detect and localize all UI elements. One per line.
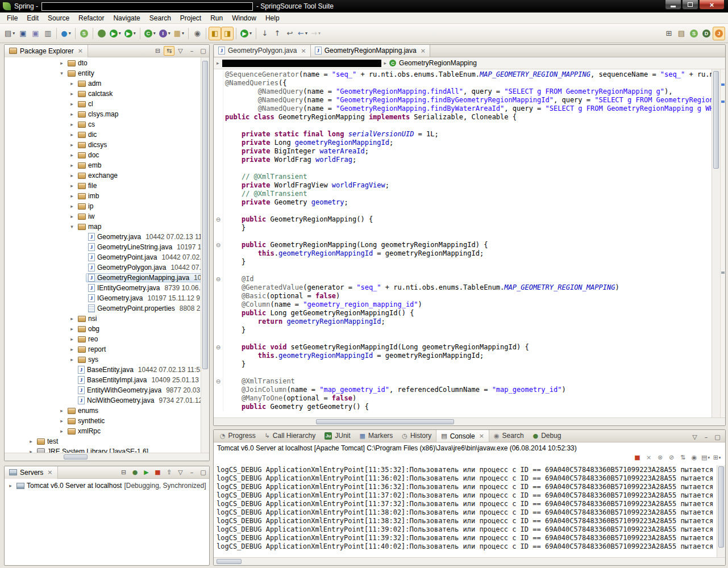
collapse-all-button[interactable]: ⊟ (152, 46, 163, 56)
new-package-button[interactable]: ▦▾ (172, 27, 186, 40)
tree-item-emb[interactable]: ▸emb (5, 160, 201, 170)
tab-debug[interactable]: ●Debug (529, 429, 566, 442)
tree-collapsed-arrow[interactable]: ▸ (68, 336, 76, 342)
tree-collapsed-arrow[interactable]: ▸ (68, 203, 76, 209)
start-server-button[interactable]: ▶ (141, 467, 152, 477)
menu-project[interactable]: Project (176, 13, 206, 23)
new-package-button-dropdown[interactable]: ▾ (182, 31, 184, 36)
new-wizard-button-dropdown[interactable]: ▾ (13, 31, 15, 36)
tree-item-doc[interactable]: ▸doc (5, 150, 201, 160)
maximize-button[interactable] (682, 0, 698, 10)
tree-collapsed-arrow[interactable]: ▸ (68, 193, 76, 199)
tree-collapsed-arrow[interactable]: ▸ (7, 483, 14, 488)
remove-launch-button[interactable]: × (643, 453, 654, 462)
tab-history[interactable]: ◷History (397, 429, 436, 442)
tree-collapsed-arrow[interactable]: ▸ (58, 418, 65, 424)
new-class-button-dropdown[interactable]: ▾ (153, 31, 156, 36)
servers-maximize-button[interactable]: ▢ (198, 467, 209, 477)
package-explorer-maximize-button[interactable]: ▢ (198, 46, 209, 56)
clear-console-button[interactable]: ⊘ (666, 453, 677, 462)
tab-search[interactable]: ◉Search (489, 429, 529, 442)
save-button[interactable]: ▣ (16, 27, 29, 40)
tree-item-igeometry-java[interactable]: JIGeometry.java10197 15.11.12 9:52 v (5, 293, 201, 303)
tree-item-exchange[interactable]: ▸exchange (5, 170, 201, 181)
package-explorer-view-menu[interactable]: ▽ (175, 46, 186, 56)
bottom-view-menu[interactable]: ▽ (689, 432, 700, 442)
menu-help[interactable]: Help (261, 13, 284, 23)
display-selected-console-button[interactable]: ▤▾ (700, 453, 711, 462)
tree-collapsed-arrow[interactable]: ▸ (68, 357, 76, 362)
tree-item-file[interactable]: ▸file (5, 181, 201, 191)
minimize-button[interactable] (665, 0, 681, 10)
close-tab-icon[interactable]: × (479, 432, 484, 440)
forward-button[interactable]: →▾ (309, 27, 322, 40)
tree-item-geometrypoint-java[interactable]: JGeometryPoint.java10442 07.02.13 11 (5, 252, 201, 262)
remove-all-terminated-button[interactable]: ⊗ (655, 453, 665, 462)
code-editor[interactable]: @SequenceGenerator(name = "seq_" + ru.nt… (214, 69, 725, 417)
breadcrumb-class-name[interactable]: GeometryRegionMapping (399, 59, 477, 67)
servers-tab[interactable]: Servers × (5, 466, 58, 479)
package-explorer-minimize-button[interactable]: – (186, 46, 197, 56)
bottom-minimize-button[interactable]: – (701, 432, 712, 442)
menu-file[interactable]: File (2, 13, 22, 23)
tree-collapsed-arrow[interactable]: ▸ (68, 326, 76, 332)
tree-collapsed-arrow[interactable]: ▸ (68, 346, 76, 352)
tree-collapsed-arrow[interactable]: ▸ (68, 122, 76, 127)
back-button-dropdown[interactable]: ▾ (305, 31, 307, 36)
tree-item-clsys-map[interactable]: ▸clsys.map (5, 109, 201, 119)
mark-occurrences-toggle[interactable]: ◧ (209, 27, 221, 40)
publish-server-button[interactable]: ⇧ (164, 467, 174, 477)
menu-run[interactable]: Run (206, 13, 227, 23)
tree-item-baseentityimpl-java[interactable]: JBaseEntityImpl.java10409 25.01.13 11:04 (5, 375, 201, 385)
tree-expanded-arrow[interactable]: ▾ (68, 224, 76, 229)
tree-collapsed-arrow[interactable]: ▸ (68, 111, 76, 117)
new-interface-button[interactable]: I▾ (157, 27, 172, 40)
editor-tab-geometryregionmapping-java[interactable]: JGeometryRegionMapping.java× (311, 44, 430, 57)
console-vertical-scrollbar[interactable] (717, 465, 725, 557)
tab-markers[interactable]: ▦Markers (355, 429, 398, 442)
menu-window[interactable]: Window (227, 13, 261, 23)
debug-perspective-button[interactable]: D (700, 27, 713, 40)
tree-expanded-arrow[interactable]: ▾ (58, 70, 65, 76)
menu-refactor[interactable]: Refactor (74, 13, 109, 23)
tree-item-map[interactable]: ▾map (5, 222, 201, 232)
tree-collapsed-arrow[interactable]: ▸ (68, 91, 76, 97)
tree-item-geometryregionmapping-java[interactable]: JGeometryRegionMapping.java10442 (5, 273, 201, 283)
close-tab-icon[interactable]: × (421, 47, 426, 55)
java-perspective-button[interactable]: J (713, 27, 725, 40)
annotation-mark[interactable] (721, 101, 725, 103)
tree-collapsed-arrow[interactable]: ▸ (68, 316, 76, 321)
open-perspective-button[interactable]: ⊞ (663, 27, 675, 40)
annotation-mark[interactable] (721, 272, 725, 274)
run-button-dropdown[interactable]: ▾ (119, 31, 121, 36)
scrollbar-thumb[interactable] (713, 71, 719, 169)
scrollbar-thumb[interactable] (64, 454, 88, 460)
run-external-tools-button[interactable]: ▶▾ (123, 27, 138, 40)
tab-progress[interactable]: ◔Progress (215, 429, 260, 442)
debug-button[interactable] (95, 27, 108, 40)
last-edit-location-button[interactable]: ↩ (284, 27, 296, 40)
tree-item-geometrypoint-properties[interactable]: GeometryPoint.properties8808 21.06 (5, 303, 201, 314)
back-button[interactable]: ←▾ (296, 27, 309, 40)
tree-item-dto[interactable]: ▸dto (5, 58, 201, 68)
search-button[interactable]: ◉ (191, 27, 203, 40)
close-button[interactable]: × (699, 0, 725, 10)
server-item-tomcat[interactable]: ▸ Tomcat v6.0 Server at localhost [Debug… (5, 481, 209, 491)
new-interface-button-dropdown[interactable]: ▾ (168, 31, 170, 36)
overview-ruler[interactable] (720, 69, 725, 417)
fold-collapse-icon[interactable]: ⊖ (214, 343, 223, 352)
tree-item-ip[interactable]: ▸ip (5, 201, 201, 211)
tree-item-entitywithgeometry-java[interactable]: JEntityWithGeometry.java9877 20.03.12 1 (5, 385, 201, 395)
tree-item-obg[interactable]: ▸obg (5, 324, 201, 334)
tree-collapsed-arrow[interactable]: ▸ (58, 60, 65, 66)
servers-minimize-button[interactable]: – (186, 467, 197, 477)
editor-vertical-scrollbar[interactable] (712, 69, 720, 417)
pin-console-button[interactable]: ◉ (689, 453, 700, 462)
titlebar[interactable]: Spring - - SpringSource Tool Suite × (0, 0, 728, 12)
tree-item-geometry-java[interactable]: JGeometry.java10442 07.02.13 11:53 v (5, 232, 201, 242)
menu-navigate[interactable]: Navigate (109, 13, 144, 23)
web-browser-button[interactable]: ●▾ (59, 27, 72, 40)
tree-collapsed-arrow[interactable]: ▸ (68, 152, 76, 158)
display-selected-console-button-dropdown[interactable]: ▾ (708, 456, 710, 460)
tree-collapsed-arrow[interactable]: ▸ (68, 101, 76, 107)
